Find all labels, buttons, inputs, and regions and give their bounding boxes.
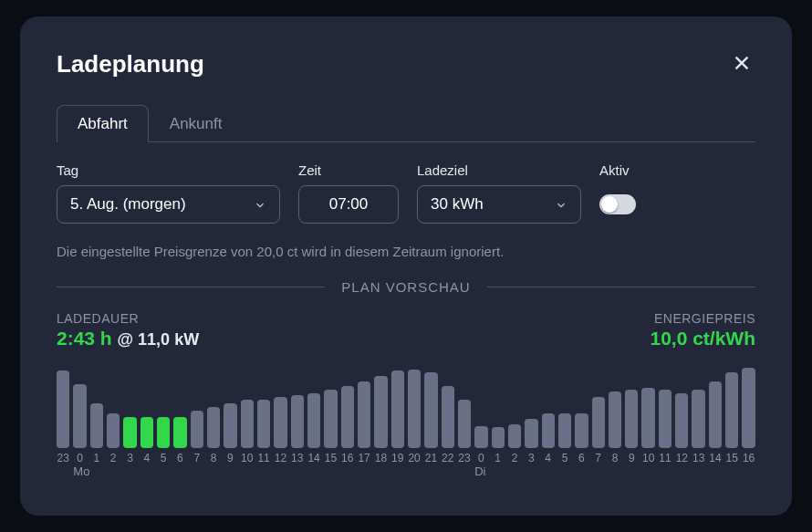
- price-bar: [442, 386, 454, 448]
- day-label: [675, 464, 688, 478]
- day-label: [641, 464, 654, 478]
- hour-label: 4: [141, 452, 153, 464]
- hour-label: 7: [592, 452, 605, 464]
- price-bar: [73, 384, 86, 448]
- day-label: [725, 464, 738, 478]
- price-bar: [274, 397, 286, 448]
- day-label: [224, 464, 236, 478]
- hour-label: 17: [358, 452, 370, 464]
- close-button[interactable]: [728, 49, 755, 79]
- hour-label: 21: [424, 452, 437, 464]
- hour-label: 7: [191, 452, 203, 464]
- price-bar: [191, 411, 203, 448]
- time-input[interactable]: 07:00: [298, 185, 399, 224]
- hour-label: 8: [609, 452, 621, 464]
- active-toggle[interactable]: [599, 194, 636, 214]
- day-label: [191, 464, 203, 478]
- day-label: Mo: [73, 464, 86, 478]
- price-bar: [458, 400, 471, 448]
- day-label: [558, 464, 571, 478]
- hour-label: 12: [675, 452, 688, 464]
- day-label: [575, 464, 588, 478]
- duration-label: LADEDAUER: [57, 311, 199, 326]
- price-bar: [57, 370, 69, 448]
- day-label: [374, 464, 387, 478]
- price-bar: [725, 372, 738, 448]
- price-bar: [90, 403, 103, 448]
- price-bar: [692, 390, 704, 448]
- hour-label: 15: [725, 452, 738, 464]
- day-label: [57, 464, 69, 478]
- day-label: Di: [474, 464, 487, 478]
- price-bar: [307, 393, 320, 448]
- hour-label: 16: [742, 452, 755, 464]
- hour-label: 6: [173, 452, 186, 464]
- price-label: ENERGIEPREIS: [650, 311, 755, 326]
- price-bar: [324, 390, 337, 448]
- preview-label: PLAN VORSCHAU: [325, 279, 486, 295]
- chevron-down-icon: [254, 198, 266, 211]
- hour-label: 3: [123, 452, 136, 464]
- price-bar: [424, 372, 437, 448]
- hour-label: 14: [709, 452, 722, 464]
- price-bar: [742, 368, 755, 448]
- hour-label: 2: [107, 452, 120, 464]
- hour-label: 16: [341, 452, 354, 464]
- goal-select[interactable]: 30 kWh: [417, 185, 581, 224]
- price-bar: [173, 417, 186, 448]
- price-bar: [241, 400, 254, 448]
- price-value: 10,0 ct/kWh: [650, 328, 755, 349]
- hour-label: 18: [374, 452, 387, 464]
- price-bar: [558, 413, 571, 448]
- day-label: Tag: [57, 162, 280, 178]
- hour-label: 0: [474, 452, 487, 464]
- duration-value: 2:43 h @ 11,0 kW: [57, 328, 199, 349]
- price-bar: [641, 388, 654, 448]
- price-bar: [374, 376, 387, 448]
- day-label: [391, 464, 404, 478]
- tab-departure[interactable]: Abfahrt: [57, 105, 149, 142]
- hour-label: 9: [625, 452, 638, 464]
- price-bar: [675, 393, 688, 448]
- hour-label: 6: [575, 452, 588, 464]
- price-bar: [592, 397, 605, 448]
- day-select[interactable]: 5. Aug. (morgen): [57, 185, 280, 224]
- day-label: [274, 464, 286, 478]
- time-label: Zeit: [298, 162, 399, 178]
- tab-arrival[interactable]: Ankunft: [149, 105, 244, 142]
- hour-label: 19: [391, 452, 404, 464]
- day-label: [525, 464, 537, 478]
- hour-label: 1: [90, 452, 103, 464]
- day-label: [458, 464, 471, 478]
- day-label: [492, 464, 505, 478]
- day-label: [358, 464, 370, 478]
- price-bar: [408, 370, 421, 448]
- day-label: [508, 464, 521, 478]
- day-label: [307, 464, 320, 478]
- hour-label: 2: [508, 452, 521, 464]
- hour-label: 11: [659, 452, 671, 464]
- preview-divider: PLAN VORSCHAU: [57, 279, 755, 295]
- hour-label: 22: [442, 452, 454, 464]
- price-bar: [358, 381, 370, 448]
- hour-label: 14: [307, 452, 320, 464]
- price-bar: [224, 403, 236, 448]
- price-bar: [508, 424, 521, 448]
- hour-label: 13: [692, 452, 704, 464]
- price-bar: [391, 370, 404, 448]
- price-bar: [709, 381, 722, 448]
- close-icon: [732, 53, 752, 73]
- price-bar: [625, 390, 638, 448]
- active-label: Aktiv: [599, 162, 636, 178]
- price-limit-hint: Die eingestellte Preisgrenze von 20,0 ct…: [57, 244, 755, 259]
- chevron-down-icon: [555, 198, 567, 211]
- hour-label: 9: [224, 452, 236, 464]
- hour-label: 0: [73, 452, 86, 464]
- day-label: [609, 464, 621, 478]
- day-label: [542, 464, 555, 478]
- hour-label: 10: [241, 452, 254, 464]
- price-bar: [474, 426, 487, 448]
- day-label: [424, 464, 437, 478]
- price-bar: [542, 413, 555, 448]
- hour-label: 5: [157, 452, 170, 464]
